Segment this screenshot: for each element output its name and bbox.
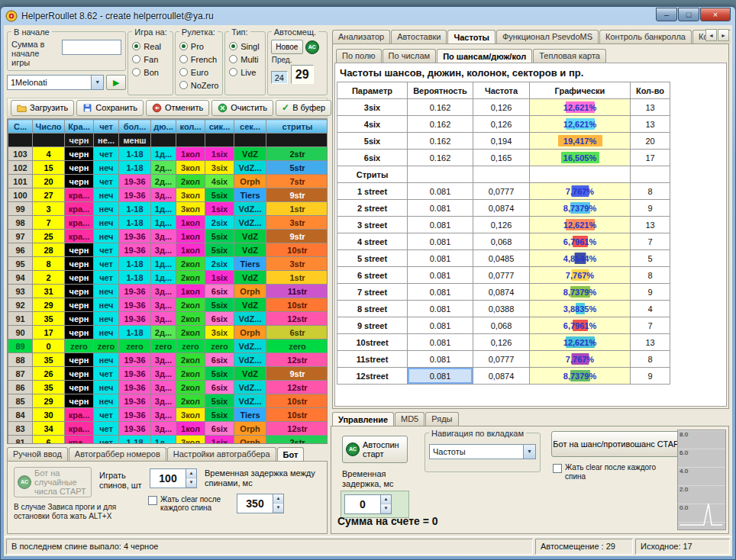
freq-column-header[interactable]: Вероятность: [408, 82, 473, 99]
freq-row[interactable]: 4 street0.0810,0686,7961%7: [337, 233, 670, 250]
radio-live[interactable]: Live: [229, 66, 263, 79]
load-button[interactable]: Загрузить: [11, 100, 74, 116]
spinner-down-icon[interactable]: ▼: [186, 478, 196, 488]
tab-функционал-psevdoms[interactable]: Функционал PsevdoMS: [496, 30, 599, 43]
history-row[interactable]: 8835черннеч19-363д...2кол6sixVdZ...12str: [8, 353, 328, 367]
freq-row[interactable]: 1 street0.0810,07777,767%8: [337, 183, 670, 200]
tab-частоты[interactable]: Частоты: [447, 30, 495, 43]
history-row[interactable]: 993кра...неч1-181д...3кол1sixVdZ...1str: [8, 202, 328, 216]
freq-row[interactable]: 6 street0.0810,07777,767%8: [337, 267, 670, 284]
history-row[interactable]: 9017черннеч1-182д...2кол3sixOrph6str: [8, 326, 328, 340]
freq-column-header[interactable]: Параметр: [337, 82, 408, 99]
history-column-header[interactable]: кол...: [176, 120, 205, 134]
history-row[interactable]: 10027кра...неч19-363д...3кол5sixTiers9st…: [8, 188, 328, 202]
tab-scroll-right-icon[interactable]: ►: [718, 29, 729, 41]
freq-column-header[interactable]: Графически: [530, 82, 631, 99]
tab-по-числам[interactable]: По числам: [383, 49, 437, 63]
tab-тепловая-карта[interactable]: Тепловая карта: [533, 49, 606, 63]
maximize-button[interactable]: □: [678, 8, 699, 21]
freq-row[interactable]: 7 street0.0810,08748,7379%9: [337, 284, 670, 301]
freq-row[interactable]: 10street0.0810,12612,621%13: [337, 334, 670, 351]
tab-анализатор[interactable]: Анализатор: [332, 30, 390, 43]
history-row[interactable]: 8334кра...чет19-363д...1кол6sixOrph12str: [8, 422, 328, 436]
freq-row[interactable]: 5 street0.0810,04854,8544%5: [337, 250, 670, 267]
history-row[interactable]: 958чернчет1-181д...2кол2sixTiers3str: [8, 257, 328, 271]
history-row[interactable]: 987кра...неч1-181д...1кол2sixVdZ...3str: [8, 216, 328, 230]
clear-button[interactable]: Очистить: [211, 100, 273, 116]
freq-row[interactable]: 5six0.1620,19419,417%20: [337, 133, 670, 150]
history-row[interactable]: 8635черннеч19-363д...2кол6sixVdZ...12str: [8, 381, 328, 394]
history-row[interactable]: 9628чернчет19-363д...1кол5sixVdZ10str: [8, 243, 328, 257]
autospin-start-button[interactable]: АС Автоспин старт: [342, 436, 408, 463]
radio-real[interactable]: Real: [132, 40, 169, 53]
undo-button[interactable]: Отменить: [146, 100, 209, 116]
history-row[interactable]: 8430кра...чет19-363д...3кол5sixTiers10st…: [8, 408, 328, 422]
tab-scroll-left-icon[interactable]: ◄: [705, 29, 717, 41]
history-column-header[interactable]: Число: [33, 120, 65, 134]
radio-nozero[interactable]: NoZero: [179, 79, 220, 92]
history-row[interactable]: 9135черннеч19-363д...2кол6sixVdZ...12str: [8, 312, 328, 326]
history-row[interactable]: 10215черннеч1-182д...3кол3sixVdZ...5str: [8, 161, 328, 175]
history-row[interactable]: 9229черннеч19-363д...2кол5sixVdZ10str: [8, 298, 328, 312]
minimize-button[interactable]: –: [656, 8, 677, 21]
history-column-header[interactable]: дю...: [151, 120, 176, 134]
titlebar[interactable]: HelperRoullet 8.62 - create helperroulle…: [1, 7, 735, 24]
radio-bon[interactable]: Bon: [132, 66, 169, 79]
tab-по-полю[interactable]: По полю: [336, 49, 382, 63]
freq-row[interactable]: 8 street0.0810,03883,8835%4: [337, 301, 670, 317]
history-column-header[interactable]: стриты: [266, 120, 328, 134]
run-preset-button[interactable]: ▶: [106, 75, 126, 90]
freq-row[interactable]: 3 street0.0810,12612,621%13: [337, 217, 670, 233]
clear-after-spin-checkbox[interactable]: Жать clear после каждого спина: [148, 495, 234, 512]
copy-to-buffer-button[interactable]: ✓ В буфер: [276, 100, 331, 116]
clear-after-spin-checkbox[interactable]: Жать clear после каждого спина: [553, 463, 667, 481]
freq-row[interactable]: Стриты: [337, 166, 670, 183]
save-button[interactable]: Сохранить: [76, 100, 144, 116]
spin-delay-spinner[interactable]: 350 ▲ ▼: [237, 494, 284, 513]
close-button[interactable]: ×: [700, 8, 731, 21]
history-row[interactable]: 816кра...чет1-181д...3кол1sixOrph2str: [8, 436, 328, 445]
delay-spinner[interactable]: 0 ▲ ▼: [344, 494, 392, 514]
freq-row[interactable]: 6six0.1620,16516,505%17: [337, 150, 670, 166]
history-row[interactable]: 8529черннеч19-363д...2кол5sixVdZ...10str: [8, 394, 328, 408]
history-row[interactable]: 890zerozerozerozerozerozeroVdZ...zero: [8, 340, 328, 353]
radio-fan[interactable]: Fan: [132, 53, 169, 66]
radio-french[interactable]: French: [179, 53, 220, 66]
history-row[interactable]: 942чернчет1-181д...2кол1sixVdZ1str: [8, 271, 328, 285]
tab-контроль-банкролла[interactable]: Контроль банкролла: [599, 30, 692, 43]
tab-navigation-combobox[interactable]: Частоты ▼: [429, 444, 536, 459]
freq-row[interactable]: 11street0.0810,07777,767%8: [337, 351, 670, 368]
history-column-header[interactable]: С...: [8, 120, 33, 134]
start-sum-input[interactable]: [62, 40, 121, 55]
tab-ручной-ввод[interactable]: Ручной ввод: [7, 447, 68, 461]
freq-row[interactable]: 2 street0.0810,08748,7379%9: [337, 200, 670, 217]
history-column-header[interactable]: бол...: [119, 120, 151, 134]
history-row[interactable]: 10120чернчет19-362д...2кол4sixOrph7str: [8, 175, 328, 188]
random-numbers-bot-button[interactable]: АС Бот на случайные числа СТАРТ: [14, 467, 92, 497]
history-row[interactable]: 1034чернчет1-181д...1кол1sixVdZ2str: [8, 147, 328, 161]
radio-singl[interactable]: Singl: [229, 40, 263, 53]
chevron-down-icon[interactable]: ▼: [91, 76, 103, 89]
spins-count-spinner[interactable]: 100 ▲ ▼: [150, 468, 197, 488]
history-table-container[interactable]: С...ЧислоКра...четбол...дю...кол...сик..…: [7, 118, 328, 444]
tab-автограббер-номеров[interactable]: Автограббер номеров: [69, 447, 166, 461]
tab-ряды[interactable]: Ряды: [425, 412, 458, 426]
radio-multi[interactable]: Multi: [229, 53, 263, 66]
spinner-up-icon[interactable]: ▲: [381, 495, 391, 504]
new-autoshift-button[interactable]: Новое: [271, 40, 303, 54]
freq-row[interactable]: 4six0.1620,12612,621%13: [337, 116, 670, 133]
radio-pro[interactable]: Pro: [179, 40, 220, 53]
history-column-header[interactable]: сик...: [205, 120, 234, 134]
chevron-down-icon[interactable]: ▼: [523, 445, 535, 459]
tab-автоставки[interactable]: Автоставки: [391, 30, 447, 43]
radio-euro[interactable]: Euro: [179, 66, 220, 79]
tab-управление[interactable]: Управление: [332, 412, 394, 426]
freq-column-header[interactable]: Частота: [473, 82, 530, 99]
spinner-down-icon[interactable]: ▼: [381, 504, 391, 513]
spinner-up-icon[interactable]: ▲: [273, 494, 283, 504]
freq-column-header[interactable]: Кол-во: [631, 82, 670, 99]
history-row[interactable]: 8726чернчет19-363д...2кол5sixVdZ9str: [8, 367, 328, 381]
tab-бот[interactable]: Бот: [277, 447, 305, 461]
history-column-header[interactable]: Кра...: [65, 120, 94, 134]
spinner-down-icon[interactable]: ▼: [273, 504, 283, 513]
